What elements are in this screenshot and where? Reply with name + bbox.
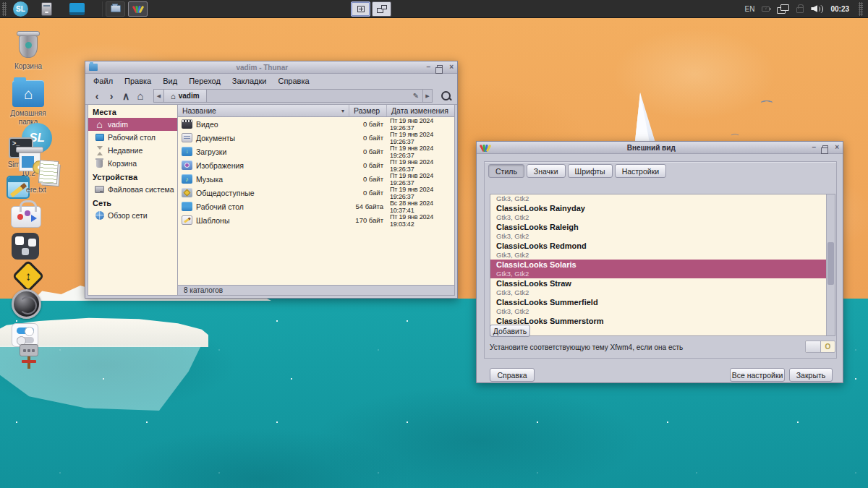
maximize-button[interactable]	[437, 65, 443, 70]
theme-subtitle: Gtk3, Gtk2	[496, 194, 820, 202]
theme-list: Gtk3, Gtk2ClassicLooks RainydayGtk3, Gtk…	[490, 194, 835, 336]
path-button-vadim[interactable]: ⌂vadim	[164, 90, 207, 102]
desktop-icon	[95, 133, 104, 142]
file-row[interactable]: Рабочий стол54 байтаВс 28 янв 2024 10:37…	[178, 200, 454, 213]
path-scroll-right-button[interactable]: ▶	[422, 90, 432, 102]
file-row[interactable]: Загрузки0 байтПт 19 янв 2024 19:26:37	[178, 145, 454, 158]
search-icon[interactable]	[440, 90, 453, 103]
thunar-menu-item[interactable]: Файл	[88, 75, 119, 87]
top-panel: SL EN 00:23	[0, 0, 868, 18]
file-row[interactable]: Документы0 байтПт 19 янв 2024 19:26:37	[178, 131, 454, 145]
desktop-icon-camera-lens[interactable]	[12, 289, 41, 319]
taskbar-item-appearance[interactable]	[128, 1, 148, 17]
thunar-menu-item[interactable]: Закладки	[226, 75, 273, 87]
sidebar-item-drive[interactable]: Файловая система	[88, 183, 177, 196]
thunar-menu-item[interactable]: Справка	[272, 75, 315, 87]
theme-item[interactable]: ClassicLooks SummerfieldGtk3, Gtk2	[490, 297, 826, 316]
sidebar-item-network[interactable]: Обзор сети	[88, 209, 177, 222]
close-dialog-button[interactable]: Закрыть	[789, 368, 833, 382]
thunar-titlebar[interactable]: vadim - Thunar – ×	[85, 61, 457, 74]
back-button[interactable]: ‹	[90, 89, 104, 103]
appearance-titlebar[interactable]: Внешний вид – ×	[477, 142, 843, 154]
column-header-date[interactable]: Дата изменения	[387, 105, 454, 116]
file-row[interactable]: Изображения0 байтПт 19 янв 2024 19:26:37	[178, 158, 454, 172]
sidebar-item-trash[interactable]: Корзина	[88, 157, 177, 170]
desktop: SL EN 00:23 Корзина ⌂ Домашняя папка SL …	[0, 0, 868, 488]
theme-item[interactable]: ClassicLooks RainydayGtk3, Gtk2	[490, 203, 826, 222]
tab-шрифты[interactable]: Шрифты	[568, 164, 613, 178]
file-date: Пт 19 янв 2024 19:26:37	[387, 117, 454, 132]
thunar-window: vadim - Thunar – × ФайлПравкаВидПереходЗ…	[85, 61, 458, 299]
display-icon[interactable]	[69, 3, 85, 15]
theme-subtitle: Gtk3, Gtk2	[496, 326, 820, 334]
panel-grip-icon[interactable]	[2, 2, 7, 16]
minimize-button[interactable]: –	[427, 64, 431, 71]
volume-icon[interactable]	[811, 4, 823, 14]
thunar-menu-item[interactable]: Переход	[183, 75, 226, 87]
home-button[interactable]: ⌂	[133, 89, 148, 103]
clock[interactable]: 00:23	[830, 5, 849, 13]
desktop-icon-trash[interactable]	[16, 29, 41, 59]
file-row[interactable]: Шаблоны170 байтПт 19 янв 2024 19:03:42	[178, 213, 454, 227]
file-row[interactable]: Общедоступные0 байтПт 19 янв 2024 19:26:…	[178, 186, 454, 200]
desktop-icon-home-folder[interactable]: ⌂	[12, 80, 44, 107]
tab-стиль[interactable]: Стиль	[488, 164, 524, 178]
desktop-icon-document[interactable]	[38, 160, 59, 184]
maximize-button[interactable]	[822, 145, 828, 150]
desktop-icon-app-store[interactable]	[11, 206, 41, 228]
file-row[interactable]: Видео0 байтПт 19 янв 2024 19:26:37	[178, 117, 454, 131]
desktop-icon-textfile-label: ere.txt	[16, 186, 56, 194]
edit-path-icon[interactable]: ✎	[409, 90, 422, 102]
thunar-menu-item[interactable]: Вид	[157, 75, 183, 87]
panel-grip-icon[interactable]	[859, 2, 863, 16]
close-button[interactable]: ×	[835, 144, 839, 151]
lock-icon[interactable]	[796, 7, 804, 13]
up-button[interactable]: ∧	[119, 89, 133, 103]
desktop-icon-app-tiles[interactable]	[12, 233, 39, 260]
displays-icon[interactable]	[777, 4, 789, 14]
tab-настройки[interactable]: Настройки	[615, 164, 667, 178]
applications-menu-button[interactable]: SL	[13, 1, 28, 17]
close-button[interactable]: ×	[449, 64, 454, 71]
workspace-2-button[interactable]	[372, 1, 391, 17]
theme-item[interactable]: ClassicLooks RedmondGtk3, Gtk2	[490, 241, 826, 260]
help-button[interactable]: Справка	[490, 368, 535, 382]
tab-значки[interactable]: Значки	[527, 164, 566, 178]
sidebar-item-desktop[interactable]: Рабочий стол	[88, 131, 177, 144]
theme-item[interactable]: ClassicLooks SolarisGtk3, Gtk2	[490, 260, 826, 278]
sidebar-item-recent[interactable]: Недавние	[88, 144, 177, 157]
file-row[interactable]: Музыка0 байтПт 19 янв 2024 19:26:37	[178, 172, 454, 186]
sidebar-item-home[interactable]: ⌂vadim	[88, 118, 177, 131]
scrollbar[interactable]	[826, 194, 835, 335]
file-name: Шаблоны	[196, 216, 229, 225]
theme-item[interactable]: ClassicLooks SummerstormGtk3, Gtk2	[490, 316, 826, 335]
desktop-icon-signpost[interactable]	[20, 344, 38, 370]
file-name-cell: Изображения	[178, 160, 349, 170]
thunar-menu-item[interactable]: Правка	[119, 75, 157, 87]
file-size: 0 байт	[349, 161, 387, 169]
thunar-toolbar: ‹ › ∧ ⌂ ◀ ⌂vadim ✎ ▶	[85, 87, 457, 105]
theme-item[interactable]: ClassicLooks StrawGtk3, Gtk2	[490, 278, 826, 297]
battery-icon[interactable]	[762, 7, 770, 12]
scrollbar-thumb[interactable]	[827, 242, 834, 285]
sidebar-item-label: Корзина	[108, 159, 137, 168]
minimize-button[interactable]: –	[812, 144, 817, 151]
arrows-icon: ↕	[19, 267, 38, 286]
theme-item[interactable]: Greybird	[490, 335, 826, 336]
theme-item[interactable]: ClassicLooks RaleighGtk3, Gtk2	[490, 222, 826, 241]
keyboard-layout-indicator[interactable]: EN	[745, 5, 755, 13]
all-settings-button[interactable]: Все настройки	[730, 368, 785, 382]
xfwm-toggle[interactable]: O	[805, 341, 835, 353]
add-theme-button[interactable]: Добавить	[490, 325, 530, 337]
taskbar-item-file-manager[interactable]	[106, 1, 125, 17]
trash-icon	[95, 159, 104, 168]
computer-icon[interactable]	[41, 2, 52, 16]
sidebar-item-label: Файловая система	[108, 185, 174, 194]
forward-button[interactable]: ›	[104, 89, 119, 103]
column-header-size[interactable]: Размер	[349, 105, 387, 116]
workspace-1-button[interactable]	[351, 1, 370, 17]
theme-item-partial[interactable]: Gtk3, Gtk2	[490, 194, 826, 203]
path-scroll-left-button[interactable]: ◀	[154, 90, 164, 102]
column-header-name[interactable]: Название▾	[178, 105, 349, 116]
thunar-file-list: Видео0 байтПт 19 янв 2024 19:26:37Докуме…	[178, 117, 454, 285]
